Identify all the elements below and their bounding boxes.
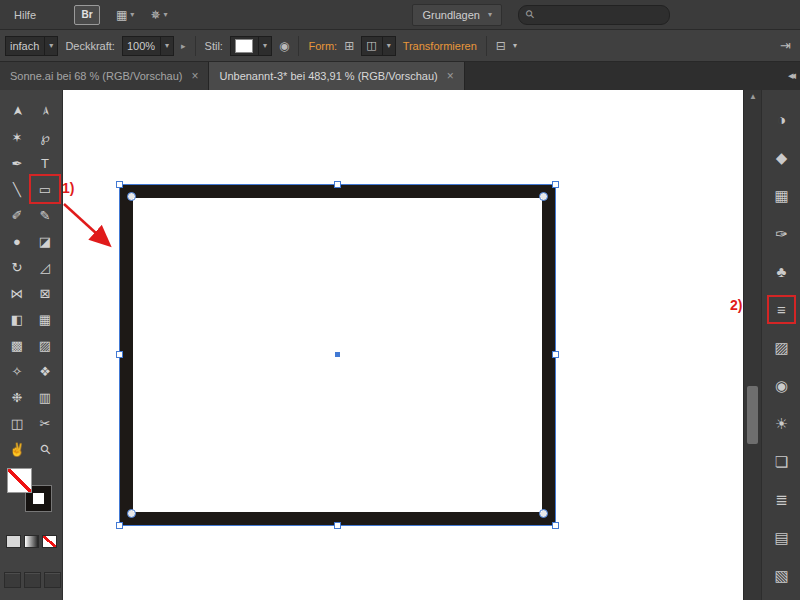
rectangle-tool[interactable]: ▭	[31, 176, 59, 202]
type-tool[interactable]: T	[31, 150, 59, 176]
selection-handle[interactable]	[116, 181, 123, 188]
stroke-panel-icon[interactable]: ≡	[769, 297, 794, 322]
draw-mode-buttons	[4, 572, 61, 588]
magic-wand-tool[interactable]: ✶	[3, 124, 31, 150]
draw-behind-button[interactable]	[24, 572, 41, 588]
vertical-scrollbar[interactable]: ▲	[743, 90, 761, 600]
caret-down-icon: ▾	[163, 10, 167, 19]
artboards-panel-icon[interactable]: ▤	[769, 525, 794, 550]
layers-panel-icon[interactable]: ≣	[769, 487, 794, 512]
selection-handle[interactable]	[116, 522, 123, 529]
transform-link[interactable]: Transformieren	[403, 40, 477, 52]
gradient-tool[interactable]: ▨	[31, 332, 59, 358]
symbols-panel-icon[interactable]: ♣	[769, 259, 794, 284]
fill-color-swatch[interactable]	[7, 468, 32, 493]
opacity-stepper-icon[interactable]: ▸	[181, 41, 186, 51]
pen-tool[interactable]: ✒	[3, 150, 31, 176]
collapse-panels-icon[interactable]: ◂◂	[788, 69, 793, 82]
none-button[interactable]	[42, 535, 57, 548]
search-input[interactable]	[539, 8, 662, 22]
close-icon[interactable]: ×	[191, 69, 198, 83]
mesh-tool[interactable]: ▩	[3, 332, 31, 358]
lasso-tool[interactable]: ℘	[31, 124, 59, 150]
corner-widget[interactable]	[127, 509, 136, 518]
scale-tool[interactable]: ◿	[31, 254, 59, 280]
bridge-button[interactable]: Br	[74, 5, 100, 25]
gradient-panel-icon[interactable]: ▨	[769, 335, 794, 360]
color-button[interactable]	[6, 535, 21, 548]
close-icon[interactable]: ×	[447, 69, 454, 83]
tab-unbenannt-3[interactable]: Unbenannt-3* bei 483,91 % (RGB/Vorschau)…	[209, 62, 464, 90]
free-transform-tool[interactable]: ⊠	[31, 280, 59, 306]
transparency-panel-icon[interactable]: ◉	[769, 373, 794, 398]
opacity-value: 100%	[127, 40, 155, 52]
draw-inside-button[interactable]	[44, 572, 61, 588]
graphic-styles-panel-icon[interactable]: ❏	[769, 449, 794, 474]
color-guide-panel-icon[interactable]: ◆	[769, 145, 794, 170]
recolor-artwork-icon[interactable]: ◉	[279, 39, 289, 53]
column-graph-tool[interactable]: ▥	[31, 384, 59, 410]
brushes-panel-icon[interactable]: ✑	[769, 221, 794, 246]
blob-brush-tool[interactable]: ●	[3, 228, 31, 254]
selection-tool[interactable]: ➤	[4, 97, 30, 125]
direct-selection-tool[interactable]: ➢	[32, 97, 58, 125]
extras-button[interactable]: ✵ ▾	[150, 8, 167, 22]
menu-hilfe[interactable]: Hilfe	[10, 7, 40, 23]
selection-handle[interactable]	[334, 181, 341, 188]
gradient-button[interactable]	[24, 535, 39, 548]
selection-handle[interactable]	[552, 522, 559, 529]
shape-builder-tool[interactable]: ◧	[3, 306, 31, 332]
perspective-grid-tool[interactable]: ▦	[31, 306, 59, 332]
color-panel-icon[interactable]: ◑	[769, 107, 794, 132]
paintbrush-tool[interactable]: ✐	[3, 202, 31, 228]
align-icon[interactable]: ⊟	[496, 39, 506, 53]
divider	[195, 36, 196, 56]
swatches-panel-icon[interactable]: ▦	[769, 183, 794, 208]
caret-down-icon: ▾	[488, 10, 492, 19]
shape-mode-select[interactable]: ◫ ▾	[361, 36, 395, 56]
tab-sonne[interactable]: Sonne.ai bei 68 % (RGB/Vorschau) ×	[0, 62, 209, 90]
draw-normal-button[interactable]	[4, 572, 21, 588]
corner-widget[interactable]	[127, 192, 136, 201]
width-profile-value: infach	[10, 40, 39, 52]
selection-handle[interactable]	[552, 351, 559, 358]
scrollbar-thumb[interactable]	[747, 386, 758, 444]
style-select[interactable]: ▾	[230, 36, 272, 56]
shape-properties-icon[interactable]: ⊞	[344, 39, 354, 53]
rotate-tool[interactable]: ↻	[3, 254, 31, 280]
form-link[interactable]: Form:	[308, 40, 337, 52]
paint-style-buttons	[6, 535, 57, 548]
width-profile-select[interactable]: infach ▾	[5, 36, 58, 56]
align-caret-icon[interactable]: ▾	[513, 41, 517, 50]
eyedropper-tool[interactable]: ✧	[3, 358, 31, 384]
document-tab-bar: Sonne.ai bei 68 % (RGB/Vorschau) × Unben…	[0, 62, 800, 91]
shape-mode-icon: ◫	[366, 39, 376, 52]
document-info-panel-icon[interactable]: ▧	[769, 563, 794, 588]
appearance-panel-icon[interactable]: ☀	[769, 411, 794, 436]
selection-handle[interactable]	[116, 351, 123, 358]
symbol-sprayer-tool[interactable]: ❉	[3, 384, 31, 410]
eraser-tool[interactable]: ◪	[31, 228, 59, 254]
corner-widget[interactable]	[539, 509, 548, 518]
selection-handle[interactable]	[334, 522, 341, 529]
center-point	[335, 352, 340, 357]
pencil-tool[interactable]: ✎	[31, 202, 59, 228]
app-bar: Hilfe Br ▦ ▾ ✵ ▾ Grundlagen ▾ ⚲	[0, 0, 800, 30]
workspace-label: Grundlagen	[422, 9, 480, 21]
artboard-tool[interactable]: ◫	[3, 410, 31, 436]
line-tool[interactable]: ╲	[3, 176, 31, 202]
opacity-select[interactable]: 100% ▾	[122, 36, 174, 56]
dock-control-icon[interactable]: ⇥	[780, 38, 791, 53]
tab-title: Sonne.ai bei 68 % (RGB/Vorschau)	[10, 70, 182, 82]
blend-tool[interactable]: ❖	[31, 358, 59, 384]
workspace-switcher[interactable]: Grundlagen ▾	[412, 4, 502, 26]
artboard[interactable]	[63, 90, 743, 600]
selection-handle[interactable]	[552, 181, 559, 188]
drawn-rectangle[interactable]	[120, 185, 555, 525]
width-tool[interactable]: ⋈	[3, 280, 31, 306]
caret-down-icon: ▾	[258, 37, 267, 55]
search-field[interactable]: ⚲	[518, 5, 670, 25]
arrange-documents-button[interactable]: ▦ ▾	[116, 8, 134, 22]
corner-widget[interactable]	[539, 192, 548, 201]
scroll-up-icon[interactable]: ▲	[744, 92, 762, 101]
